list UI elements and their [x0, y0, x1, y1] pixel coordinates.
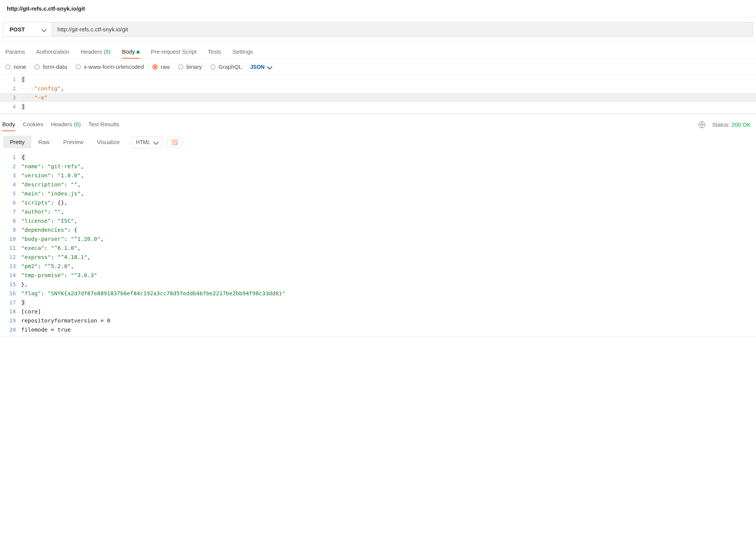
resp-tab-test-results[interactable]: Test Results	[88, 118, 120, 131]
tab-tests[interactable]: Tests	[208, 45, 221, 59]
view-mode-segment: Pretty Raw Preview Visualize	[3, 136, 126, 148]
tab-settings[interactable]: Settings	[233, 45, 253, 59]
status-label: Status:	[712, 121, 731, 128]
tab-title: http://git-refs.c.ctf-snyk.io/git	[0, 0, 756, 17]
resp-tab-body[interactable]: Body	[2, 118, 15, 131]
body-dirty-indicator-icon	[137, 51, 140, 54]
bodytype-raw[interactable]: raw	[152, 64, 170, 70]
tab-headers-label: Headers	[81, 48, 104, 55]
resp-tab-headers[interactable]: Headers (6)	[51, 118, 81, 131]
view-visualize-button[interactable]: Visualize	[90, 136, 127, 148]
response-header: Body Cookies Headers (6) Test Results St…	[0, 114, 756, 131]
response-body-viewer[interactable]: 1{2"name": "git-refs",3"version": "1.0.0…	[0, 153, 756, 337]
url-input[interactable]	[52, 22, 753, 37]
tab-prerequest[interactable]: Pre-request Script	[151, 45, 197, 59]
radio-icon	[178, 64, 183, 70]
bodytype-label: raw	[161, 64, 170, 70]
radio-icon	[210, 64, 216, 70]
tab-authorization[interactable]: Authorization	[36, 45, 70, 59]
wrap-icon	[171, 140, 178, 145]
method-select[interactable]: POST	[3, 22, 52, 37]
radio-icon	[34, 64, 40, 70]
raw-language-select[interactable]: JSON	[250, 64, 272, 70]
response-tabs: Body Cookies Headers (6) Test Results	[2, 118, 119, 131]
tab-body-label: Body	[122, 48, 135, 55]
radio-icon	[5, 64, 11, 70]
resp-headers-label: Headers	[51, 121, 74, 127]
bodytype-graphql[interactable]: GraphQL	[210, 64, 242, 70]
bodytype-label: binary	[186, 64, 202, 70]
lang-label: JSON	[250, 64, 265, 70]
request-bar: POST	[0, 17, 756, 42]
format-label: HTML	[136, 139, 150, 145]
view-preview-button[interactable]: Preview	[56, 136, 90, 148]
bodytype-none[interactable]: none	[5, 64, 26, 70]
radio-icon	[76, 64, 81, 70]
view-pretty-button[interactable]: Pretty	[3, 136, 31, 148]
request-body-editor[interactable]: 1[2····"config",3····"-e"4]	[0, 75, 756, 114]
method-label: POST	[9, 26, 25, 33]
radio-icon	[152, 64, 158, 70]
resp-tab-cookies[interactable]: Cookies	[23, 118, 43, 131]
wrap-lines-button[interactable]	[167, 137, 182, 147]
response-status: Status: 200 OK	[712, 121, 751, 128]
view-raw-button[interactable]: Raw	[31, 136, 56, 148]
body-type-row: none form-data x-www-form-urlencoded raw…	[0, 59, 756, 75]
bodytype-label: none	[14, 64, 26, 70]
bodytype-label: form-data	[43, 64, 67, 70]
bodytype-binary[interactable]: binary	[178, 64, 202, 70]
chevron-down-icon	[153, 139, 158, 144]
tab-headers-count: (9)	[104, 48, 110, 55]
bodytype-x-www[interactable]: x-www-form-urlencoded	[76, 64, 144, 70]
chevron-down-icon	[41, 26, 47, 32]
status-value: 200 OK	[731, 121, 751, 128]
bodytype-form-data[interactable]: form-data	[34, 64, 67, 70]
tab-body[interactable]: Body	[122, 45, 139, 59]
globe-icon[interactable]	[699, 121, 705, 128]
bodytype-label: GraphQL	[219, 64, 242, 70]
request-tabs: Params Authorization Headers (9) Body Pr…	[0, 42, 756, 59]
response-view-toolbar: Pretty Raw Preview Visualize HTML	[0, 131, 756, 153]
resp-headers-count: (6)	[74, 121, 81, 127]
tab-headers[interactable]: Headers (9)	[81, 45, 110, 59]
chevron-down-icon	[267, 64, 272, 69]
response-format-select[interactable]: HTML	[131, 136, 163, 148]
tab-params[interactable]: Params	[5, 45, 25, 59]
response-meta: Status: 200 OK	[699, 121, 751, 128]
bodytype-label: x-www-form-urlencoded	[84, 64, 144, 70]
